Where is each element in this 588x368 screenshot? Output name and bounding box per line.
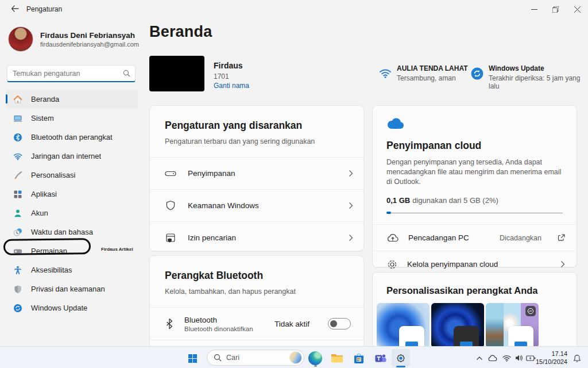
chevron-right-icon <box>349 202 353 209</box>
tray-wifi-icon[interactable] <box>502 353 512 363</box>
sidebar-item-label: Aksesibilitas <box>31 266 72 274</box>
gear-icon <box>386 259 398 270</box>
row-bluetooth[interactable]: Bluetooth Bluetooth dinonaktifkan Tidak … <box>150 308 363 340</box>
search-highlight-image <box>289 351 302 364</box>
bluetooth-devices-card: Perangkat Bluetooth Kelola, tambahkan, d… <box>149 255 364 353</box>
onedrive-cloud-icon[interactable] <box>488 353 497 363</box>
toggle-knob <box>330 320 337 327</box>
card-title: Personalisasikan perangkat Anda <box>386 285 563 296</box>
sidebar-item-akun[interactable]: Akun <box>6 204 138 223</box>
chevron-right-icon <box>349 234 353 241</box>
theme-dark-bloom[interactable] <box>431 303 484 348</box>
search-icon <box>123 70 130 77</box>
search-input[interactable] <box>13 70 123 78</box>
row-keamanan-windows[interactable]: Keamanan Windows <box>150 190 363 221</box>
row-label: Kelola penyimpanan cloud <box>407 260 551 269</box>
settings-active-indicator <box>396 366 405 367</box>
cloud-icon <box>386 117 404 129</box>
search-permission-icon <box>165 232 176 244</box>
theme-spotlight[interactable] <box>486 303 539 348</box>
sidebar-item-privasi[interactable]: Privasi dan keamanan <box>6 279 138 298</box>
sidebar-item-personalisasi[interactable]: Personalisasi <box>6 166 138 185</box>
windows-update-icon <box>13 304 22 313</box>
device-model: 1701 <box>214 72 229 80</box>
sidebar-item-label: Aplikasi <box>31 190 57 198</box>
close-button[interactable] <box>564 0 588 18</box>
row-label: Izin pencarian <box>188 233 337 242</box>
device-image <box>149 56 204 91</box>
back-icon[interactable] <box>8 3 22 15</box>
sidebar-item-aksesibilitas[interactable]: Aksesibilitas <box>6 260 138 279</box>
home-icon <box>13 95 22 104</box>
sidebar-item-label: Permainan <box>31 247 67 255</box>
settings-search-box[interactable] <box>7 65 136 82</box>
sidebar-item-label: Akun <box>31 209 48 217</box>
row-label: Penyimpanan <box>188 169 337 178</box>
tray-volume-icon[interactable] <box>514 353 524 363</box>
avatar <box>8 26 33 52</box>
storage-icon <box>165 168 176 179</box>
start-button[interactable] <box>185 351 200 366</box>
sidebar-item-jaringan[interactable]: Jaringan dan internet <box>6 147 138 166</box>
tray-chevron-up-icon[interactable] <box>474 353 484 363</box>
theme-preview-card <box>454 326 479 348</box>
file-explorer-icon[interactable] <box>330 351 345 366</box>
network-name: AULIA TENDA LAHAT <box>397 64 468 72</box>
clock-time: 17.14 <box>536 350 567 358</box>
row-label: Keamanan Windows <box>188 201 337 210</box>
chevron-right-icon <box>349 170 353 177</box>
window-title: Pengaturan <box>26 5 62 13</box>
clock-date: 15/10/2024 <box>536 358 567 366</box>
cloud-description: Dengan penyimpanan yang tersedia, Anda d… <box>386 158 566 187</box>
rename-link[interactable]: Ganti nama <box>214 82 249 90</box>
divider <box>150 340 363 340</box>
sidebar-item-sistem[interactable]: Sistem <box>6 109 138 128</box>
sidebar-item-bluetooth[interactable]: Bluetooth dan perangkat <box>6 128 138 147</box>
network-status: Tersambung, aman <box>397 74 456 82</box>
windows-update-icon[interactable] <box>471 67 483 80</box>
sidebar-item-windows-update[interactable]: Windows Update <box>6 298 138 317</box>
usage-value: 0,1 GB <box>386 196 410 205</box>
card-title: Pengaturan yang disarankan <box>165 120 350 132</box>
card-subtitle: Pengaturan terbaru dan yang sering digun… <box>165 137 350 145</box>
sidebar: Firdaus Deni Febriansyah firdausdenifebr… <box>0 18 144 346</box>
theme-light-bloom[interactable] <box>377 303 430 348</box>
sidebar-item-beranda[interactable]: Beranda <box>6 90 138 109</box>
settings-gear-icon <box>394 352 407 365</box>
progress-rail <box>391 213 563 213</box>
sidebar-item-waktu-bahasa[interactable]: Waktu dan bahasa <box>6 223 138 241</box>
row-izin-pencarian[interactable]: Izin pencarian <box>150 222 363 254</box>
sidebar-item-aplikasi[interactable]: Aplikasi <box>6 185 138 204</box>
sidebar-item-label: Beranda <box>31 95 59 103</box>
progress-fill <box>386 212 391 214</box>
teams-icon[interactable] <box>373 351 388 366</box>
time-language-icon <box>13 228 22 237</box>
theme-preview-card <box>399 326 424 348</box>
sidebar-item-label: Jaringan dan internet <box>31 152 101 160</box>
apps-icon <box>13 190 22 199</box>
sidebar-item-label: Waktu dan bahasa <box>31 228 93 236</box>
taskbar-search[interactable]: Cari <box>207 350 304 366</box>
search-icon <box>214 354 222 362</box>
notification-bell-icon[interactable] <box>572 353 582 363</box>
bluetooth-icon <box>166 318 173 329</box>
account-profile[interactable]: Firdaus Deni Febriansyah firdausdenifebr… <box>8 26 139 52</box>
row-label: Pencadangan PC <box>408 233 490 242</box>
taskbar-search-placeholder: Cari <box>226 354 285 362</box>
shield-icon <box>165 200 176 212</box>
taskbar-clock[interactable]: 17.14 15/10/2024 <box>536 350 567 366</box>
bluetooth-toggle[interactable] <box>328 318 351 329</box>
row-value: Dicadangkan <box>500 234 541 242</box>
wifi-icon[interactable] <box>379 68 392 78</box>
row-penyimpanan[interactable]: Penyimpanan <box>150 158 363 189</box>
tray-battery-icon[interactable] <box>526 353 536 363</box>
row-pencadangan-pc[interactable]: Pencadangan PC Dicadangkan <box>373 225 577 251</box>
system-icon <box>13 114 22 123</box>
microsoft-store-icon[interactable] <box>351 351 366 366</box>
settings-taskbar-button[interactable] <box>392 349 410 367</box>
edge-icon[interactable] <box>308 351 323 366</box>
sidebar-item-label: Personalisasi <box>31 171 75 179</box>
taskbar: Cari 17.14 15/10/2024 <box>0 346 588 368</box>
storage-progress-bar <box>386 212 563 214</box>
card-title: Perangkat Bluetooth <box>165 270 350 282</box>
